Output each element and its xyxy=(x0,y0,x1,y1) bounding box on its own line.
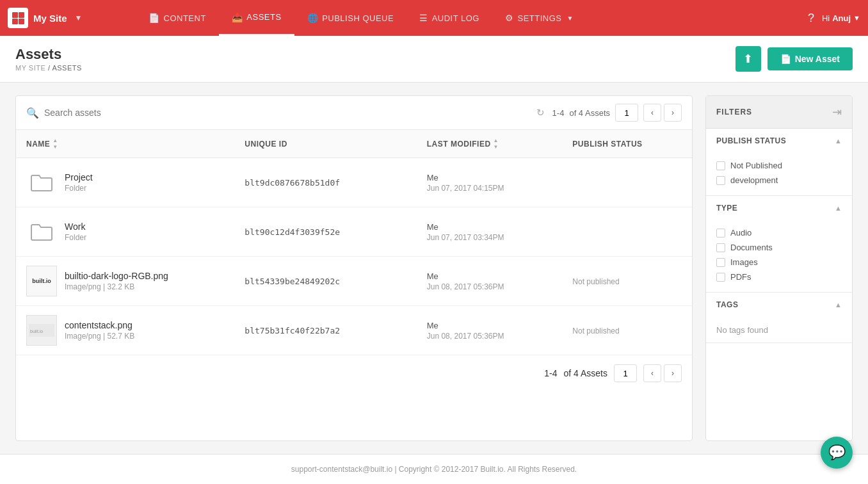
pagination-range: 1-4 xyxy=(552,108,565,118)
bottom-page-input[interactable] xyxy=(614,364,637,382)
upload-icon: ⬆ xyxy=(743,52,753,66)
filters-collapse-button[interactable]: ⇥ xyxy=(832,105,842,119)
modified-date: Jun 07, 2017 04:15PM xyxy=(427,184,573,193)
images-checkbox[interactable] xyxy=(716,258,725,267)
asset-name-cell: built.io contentstack.png Image/png | 52… xyxy=(26,315,245,346)
filter-option-audio: Audio xyxy=(716,225,842,240)
nav-item-assets[interactable]: 📤 ASSETS xyxy=(219,0,294,36)
images-label: Images xyxy=(730,257,758,267)
uid-cell: blt75b31fc40f22b7a2 xyxy=(245,326,426,335)
filter-section-tags-header[interactable]: TAGS ▲ xyxy=(706,293,852,317)
asset-name-cell: built.io builtio-dark-logo-RGB.png Image… xyxy=(26,266,245,296)
svg-text:built.io: built.io xyxy=(30,329,43,334)
filter-section-type-header[interactable]: TYPE ▲ xyxy=(706,196,852,220)
page-number-input[interactable] xyxy=(615,104,638,122)
asset-type: Image/png | 32.2 KB xyxy=(65,282,168,291)
table-row[interactable]: built.io contentstack.png Image/png | 52… xyxy=(16,306,692,355)
page-title-area: Assets MY SITE / ASSETS xyxy=(15,46,82,72)
new-asset-button[interactable]: 📄 New Asset xyxy=(768,47,853,70)
header-actions: ⬆ 📄 New Asset xyxy=(735,46,853,72)
tags-section: No tags found xyxy=(706,317,852,343)
documents-checkbox[interactable] xyxy=(716,243,725,252)
search-input[interactable] xyxy=(44,108,536,118)
modified-sort-icon: ▲ ▼ xyxy=(494,138,499,150)
pdfs-checkbox[interactable] xyxy=(716,273,725,282)
status-cell: Not published xyxy=(572,276,682,286)
uid-cell: blt9dc0876678b51d0f xyxy=(245,178,426,188)
table-row[interactable]: built.io builtio-dark-logo-RGB.png Image… xyxy=(16,257,692,306)
pagination-of-label: of 4 Assets xyxy=(569,108,610,118)
asset-name: Project xyxy=(65,172,93,182)
modified-date: Jun 08, 2017 05:36PM xyxy=(427,282,573,291)
tags-chevron-icon: ▲ xyxy=(835,301,842,309)
type-options: Audio Documents Images PDFs xyxy=(706,220,852,292)
page-nav: ‹ › xyxy=(643,104,682,122)
asset-name: builtio-dark-logo-RGB.png xyxy=(65,271,168,281)
asset-info: Work Folder xyxy=(65,222,86,242)
bottom-next-button[interactable]: › xyxy=(664,364,682,382)
asset-name-cell: Work Folder xyxy=(26,216,245,247)
breadcrumb-site-link[interactable]: MY SITE xyxy=(15,64,45,72)
page-header: Assets MY SITE / ASSETS ⬆ 📄 New Asset xyxy=(0,36,868,83)
next-page-button[interactable]: › xyxy=(664,104,682,122)
audit-log-icon: ☰ xyxy=(419,13,428,23)
modified-cell: Me Jun 07, 2017 04:15PM xyxy=(427,173,573,193)
search-actions: ↻ 1-4 of 4 Assets ‹ › xyxy=(536,104,682,122)
asset-type: Folder xyxy=(65,233,86,242)
settings-icon: ⚙ xyxy=(505,13,514,23)
nav-item-audit-log[interactable]: ☰ AUDIT LOG xyxy=(406,0,492,36)
no-tags-label: No tags found xyxy=(716,325,768,335)
user-menu[interactable]: Hi Anuj ▼ xyxy=(822,13,860,23)
modified-by: Me xyxy=(427,321,573,330)
refresh-button[interactable]: ↻ xyxy=(536,107,545,118)
breadcrumb: MY SITE / ASSETS xyxy=(15,64,82,72)
footer: support-contentstack@built.io | Copyrigh… xyxy=(0,454,868,484)
asset-info: contentstack.png Image/png | 52.7 KB xyxy=(65,320,134,341)
bottom-pagination-range: 1-4 xyxy=(544,368,557,378)
new-asset-label: New Asset xyxy=(795,54,840,64)
asset-type: Folder xyxy=(65,184,93,193)
nav-item-publish-queue[interactable]: 🌐 PUBLISH QUEUE xyxy=(294,0,406,36)
not-published-checkbox[interactable] xyxy=(716,161,725,170)
page: Assets MY SITE / ASSETS ⬆ 📄 New Asset 🔍 xyxy=(0,36,868,484)
upload-button[interactable]: ⬆ xyxy=(735,46,761,72)
new-asset-icon: 📄 xyxy=(780,54,791,64)
audio-checkbox[interactable] xyxy=(716,229,725,238)
table-row[interactable]: Project Folder blt9dc0876678b51d0f Me Ju… xyxy=(16,158,692,207)
filter-section-tags: TAGS ▲ No tags found xyxy=(706,293,852,343)
site-selector[interactable]: My Site ▼ xyxy=(8,8,136,28)
settings-chevron-icon: ▼ xyxy=(567,15,573,22)
table-row[interactable]: Work Folder blt90c12d4f3039f52e Me Jun 0… xyxy=(16,207,692,257)
filter-section-publish-status-header[interactable]: PUBLISH STATUS ▲ xyxy=(706,129,852,153)
asset-name: Work xyxy=(65,222,86,232)
publish-status-chevron-icon: ▲ xyxy=(835,137,842,145)
pagination-info: 1-4 of 4 Assets ‹ › xyxy=(552,104,682,122)
bottom-prev-button[interactable]: ‹ xyxy=(643,364,661,382)
col-header-name[interactable]: NAME ▲ ▼ xyxy=(26,138,245,150)
bottom-pagination: 1-4 of 4 Assets ‹ › xyxy=(16,355,692,391)
modified-by: Me xyxy=(427,173,573,182)
chat-icon: 💬 xyxy=(828,444,846,461)
nav-right: ? Hi Anuj ▼ xyxy=(808,12,860,25)
filters-header: FILTERS ⇥ xyxy=(706,96,852,129)
nav-item-settings[interactable]: ⚙ SETTINGS ▼ xyxy=(492,0,586,36)
nav-label-settings: SETTINGS xyxy=(517,13,561,23)
breadcrumb-separator: / xyxy=(48,64,51,72)
chat-button[interactable]: 💬 xyxy=(821,437,853,469)
nav-item-content[interactable]: 📄 CONTENT xyxy=(136,0,219,36)
help-button[interactable]: ? xyxy=(808,12,814,25)
nav-label-publish-queue: PUBLISH QUEUE xyxy=(322,13,394,23)
table-body: Project Folder blt9dc0876678b51d0f Me Ju… xyxy=(16,158,692,355)
modified-by: Me xyxy=(427,222,573,232)
content-icon: 📄 xyxy=(149,13,160,23)
status-cell: Not published xyxy=(572,325,682,335)
modified-cell: Me Jun 07, 2017 03:34PM xyxy=(427,222,573,242)
development-checkbox[interactable] xyxy=(716,176,725,185)
col-header-modified[interactable]: LAST MODIFIED ▲ ▼ xyxy=(427,138,573,150)
svg-rect-0 xyxy=(12,12,18,18)
type-chevron-icon: ▲ xyxy=(835,204,842,212)
modified-date: Jun 08, 2017 05:36PM xyxy=(427,332,573,341)
prev-page-button[interactable]: ‹ xyxy=(643,104,661,122)
nav-label-assets: ASSETS xyxy=(246,12,281,22)
modified-cell: Me Jun 08, 2017 05:36PM xyxy=(427,321,573,341)
